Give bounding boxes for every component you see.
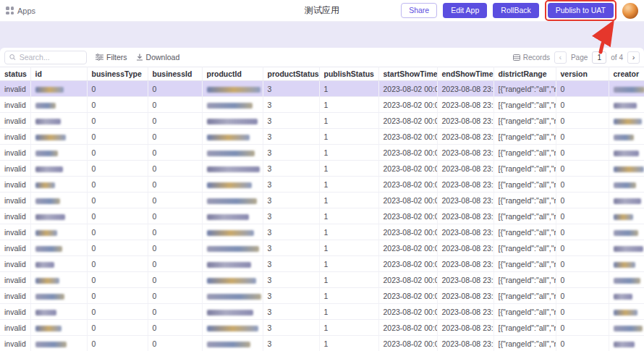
filters-icon: [96, 54, 103, 61]
cell-creator: [609, 336, 644, 351]
cell-startShowTime: 2023-08-02 00:0...: [378, 272, 437, 288]
redacted-value: [35, 246, 62, 252]
edit-app-button[interactable]: Edit App: [443, 3, 487, 18]
table-row[interactable]: invalid00312023-08-02 00:0...2023-08-08 …: [0, 145, 644, 161]
top-bar: Apps 测试应用 Share Edit App RollBack Publis…: [0, 0, 644, 22]
cell-id: [30, 129, 87, 145]
cell-status: invalid: [0, 97, 30, 113]
cell-publishStatus: 1: [319, 240, 378, 256]
table-row[interactable]: invalid00312023-08-02 00:0...2023-08-08 …: [0, 193, 644, 208]
redacted-value: [207, 342, 250, 347]
share-button[interactable]: Share: [401, 3, 437, 18]
redacted-value: [207, 214, 249, 220]
cell-version: 0: [556, 272, 609, 288]
table-row[interactable]: invalid00312023-08-02 00:0...2023-08-08 …: [0, 177, 644, 193]
apps-nav[interactable]: Apps: [6, 7, 35, 15]
cell-productStatus: 3: [263, 320, 319, 336]
column-header-status: status: [0, 67, 30, 81]
cell-id: [30, 145, 87, 161]
column-header-publishStatus: publishStatus: [319, 67, 378, 81]
cell-districtRange: [{"rangeId":"all","ra...: [493, 240, 556, 256]
redacted-value: [35, 87, 64, 93]
redacted-value: [35, 342, 67, 347]
cell-productId: [202, 193, 263, 208]
table-row[interactable]: invalid00312023-08-02 00:0...2023-08-08 …: [0, 304, 644, 320]
table-row[interactable]: invalid00312023-08-02 00:0...2023-08-08 …: [0, 208, 644, 224]
cell-creator: [609, 177, 644, 193]
redacted-value: [35, 262, 54, 268]
redacted-value: [614, 262, 635, 268]
table-row[interactable]: invalid00312023-08-02 00:0...2023-08-08 …: [0, 336, 644, 351]
publish-to-uat-button[interactable]: Publish to UAT: [548, 3, 614, 18]
cell-businessId: 0: [148, 113, 202, 129]
cell-endShowTime: 2023-08-08 23:5...: [437, 256, 493, 272]
cell-businessType: 0: [87, 129, 148, 145]
user-avatar[interactable]: [622, 3, 638, 19]
cell-version: 0: [556, 145, 609, 161]
page-number-input[interactable]: [592, 51, 606, 64]
cell-status: invalid: [0, 145, 30, 161]
redacted-value: [207, 119, 258, 124]
table-row[interactable]: invalid00312023-08-02 00:0...2023-08-08 …: [0, 256, 644, 272]
cell-productId: [202, 288, 263, 304]
page-next-button[interactable]: ›: [627, 51, 640, 64]
cell-startShowTime: 2023-08-02 00:0...: [378, 129, 437, 145]
cell-businessType: 0: [87, 208, 148, 224]
redacted-value: [207, 230, 254, 236]
table-row[interactable]: invalid00312023-08-02 00:0...2023-08-08 …: [0, 97, 644, 113]
cell-businessId: 0: [148, 161, 202, 177]
table-row[interactable]: invalid00312023-08-02 00:0...2023-08-08 …: [0, 113, 644, 129]
cell-businessType: 0: [87, 113, 148, 129]
cell-publishStatus: 1: [319, 177, 378, 193]
cell-businessId: 0: [148, 97, 202, 113]
search-input[interactable]: [20, 53, 82, 62]
cell-productStatus: 3: [263, 145, 319, 161]
content-panel: Filters Download Records ‹ Page of: [0, 48, 644, 351]
table-row[interactable]: invalid00312023-08-02 00:0...2023-08-08 …: [0, 240, 644, 256]
redacted-value: [614, 166, 644, 172]
cell-endShowTime: 2023-08-08 23:5...: [437, 208, 493, 224]
cell-publishStatus: 1: [319, 113, 378, 129]
cell-status: invalid: [0, 129, 30, 145]
cell-startShowTime: 2023-08-02 00:0...: [378, 224, 437, 240]
search-box[interactable]: [4, 51, 87, 64]
cell-creator: [609, 320, 644, 336]
download-button[interactable]: Download: [136, 53, 180, 62]
redacted-value: [207, 166, 260, 172]
redacted-value: [614, 230, 638, 236]
table-row[interactable]: invalid00312023-08-02 00:0...2023-08-08 …: [0, 129, 644, 145]
cell-status: invalid: [0, 224, 30, 240]
cell-id: [30, 304, 87, 320]
cell-status: invalid: [0, 161, 30, 177]
rollback-button[interactable]: RollBack: [493, 3, 538, 18]
page-prev-button[interactable]: ‹: [554, 51, 567, 64]
table-row[interactable]: invalid00312023-08-02 00:0...2023-08-08 …: [0, 288, 644, 304]
redacted-value: [35, 230, 57, 236]
redacted-value: [614, 151, 639, 156]
records-indicator: Records: [513, 54, 550, 62]
cell-businessType: 0: [87, 304, 148, 320]
redacted-value: [207, 326, 258, 331]
cell-productStatus: 3: [263, 336, 319, 351]
annotation-highlight-box: Publish to UAT: [545, 0, 617, 21]
cell-productStatus: 3: [263, 288, 319, 304]
table-row[interactable]: invalid00312023-08-02 00:0...2023-08-08 …: [0, 224, 644, 240]
cell-productStatus: 3: [263, 193, 319, 208]
redacted-value: [614, 198, 641, 204]
cell-endShowTime: 2023-08-08 23:5...: [437, 129, 493, 145]
redacted-value: [35, 135, 66, 140]
cell-creator: [609, 256, 644, 272]
table-row[interactable]: invalid00312023-08-02 00:0...2023-08-08 …: [0, 81, 644, 97]
cell-districtRange: [{"rangeId":"all","ra...: [493, 113, 556, 129]
table-row[interactable]: invalid00312023-08-02 00:0...2023-08-08 …: [0, 320, 644, 336]
apps-nav-label: Apps: [17, 7, 35, 15]
cell-productId: [202, 272, 263, 288]
cell-id: [30, 320, 87, 336]
redacted-value: [614, 182, 636, 188]
redacted-value: [207, 135, 250, 140]
filters-label: Filters: [106, 53, 127, 62]
table-row[interactable]: invalid00312023-08-02 00:0...2023-08-08 …: [0, 272, 644, 288]
filters-button[interactable]: Filters: [96, 53, 127, 62]
table-row[interactable]: invalid00312023-08-02 00:0...2023-08-08 …: [0, 161, 644, 177]
cell-endShowTime: 2023-08-08 23:5...: [437, 81, 493, 97]
